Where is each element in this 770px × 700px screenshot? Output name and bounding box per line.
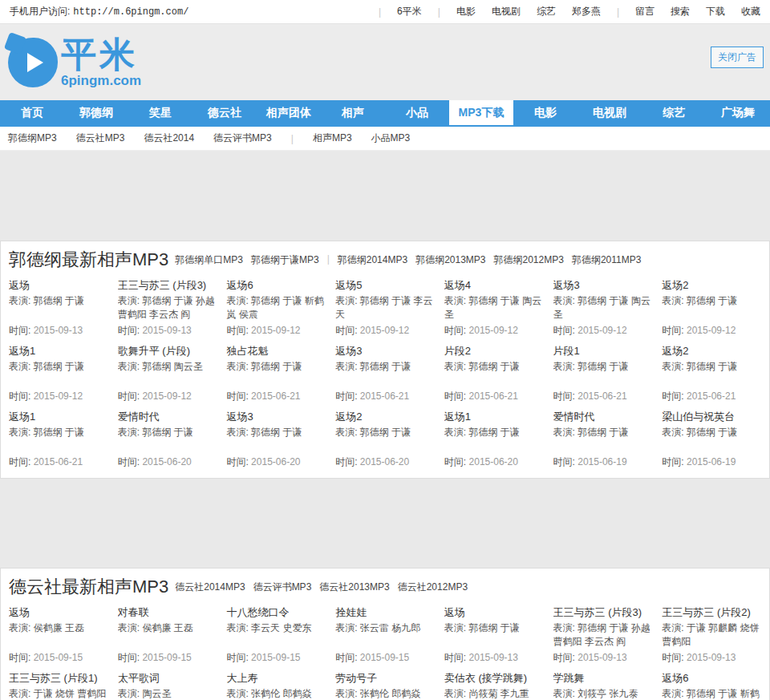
- mp3-title[interactable]: 卖估衣 (接学跳舞): [444, 671, 544, 685]
- nav-item[interactable]: 综艺: [642, 100, 706, 125]
- mp3-title[interactable]: 大上寿: [226, 671, 326, 685]
- mp3-title[interactable]: 太平歌词: [118, 671, 217, 685]
- mp3-title[interactable]: 返场5: [335, 278, 435, 292]
- subnav-link[interactable]: 德云社2014: [144, 132, 194, 145]
- mp3-item[interactable]: 返场1 表演: 郭德纲 于谦 时间: 2015-06-20: [444, 410, 544, 475]
- mobile-site-link[interactable]: http://m.6pingm.com/: [73, 6, 188, 18]
- mp3-title[interactable]: 返场3: [335, 344, 435, 358]
- mp3-item[interactable]: 爱情时代 表演: 郭德纲 于谦 时间: 2015-06-20: [118, 410, 217, 475]
- nav-item[interactable]: 笑星: [128, 100, 192, 125]
- close-ad-button[interactable]: 关闭广告: [711, 47, 764, 68]
- topbar-link[interactable]: 6平米: [397, 5, 422, 18]
- topbar-link[interactable]: 下载: [706, 5, 725, 18]
- mp3-title[interactable]: 学跳舞: [553, 671, 653, 685]
- mp3-title[interactable]: 返场1: [9, 344, 108, 358]
- mp3-item[interactable]: 独占花魁 表演: 郭德纲 于谦 时间: 2015-06-21: [226, 344, 326, 410]
- mp3-title[interactable]: 返场6: [662, 671, 761, 685]
- section-link[interactable]: 郭德纲2011MP3: [572, 253, 641, 267]
- section-link[interactable]: 郭德纲于谦MP3: [251, 253, 319, 267]
- subnav-link[interactable]: 郭德纲MP3: [8, 132, 57, 145]
- mp3-title[interactable]: 返场: [444, 605, 544, 619]
- topbar-link[interactable]: 郑多燕: [572, 5, 601, 18]
- mp3-item[interactable]: 返场3 表演: 郭德纲 于谦 时间: 2015-06-21: [335, 344, 435, 410]
- section-link[interactable]: 郭德纲2012MP3: [494, 253, 564, 267]
- mp3-item[interactable]: 返场 表演: 郭德纲 于谦 时间: 2015-09-13: [9, 278, 108, 344]
- mp3-item[interactable]: 爱情时代 表演: 郭德纲 于谦 时间: 2015-06-19: [553, 410, 653, 475]
- mp3-item[interactable]: 返场 表演: 侯鹤廉 王磊 时间: 2015-09-15: [9, 605, 108, 671]
- mp3-title[interactable]: 爱情时代: [553, 410, 653, 423]
- nav-item[interactable]: 小品: [385, 100, 449, 125]
- mp3-item[interactable]: 返场2 表演: 郭德纲 于谦 时间: 2015-06-20: [335, 410, 435, 475]
- mp3-title[interactable]: 返场1: [444, 410, 544, 423]
- mp3-item[interactable]: 返场 表演: 郭德纲 于谦 时间: 2015-09-13: [444, 605, 544, 671]
- mp3-title[interactable]: 爱情时代: [118, 410, 217, 423]
- section-link[interactable]: 郭德纲2014MP3: [338, 253, 407, 267]
- mp3-title[interactable]: 返场3: [553, 278, 653, 292]
- mp3-item[interactable]: 卖估衣 (接学跳舞) 表演: 尚筱菊 李九重 时间:: [444, 671, 544, 700]
- mp3-title[interactable]: 王三与苏三 (片段3): [118, 278, 217, 292]
- mp3-title[interactable]: 歌舞升平 (片段): [118, 344, 217, 358]
- mp3-item[interactable]: 太平歌词 表演: 陶云圣 时间:: [118, 671, 217, 700]
- section-link[interactable]: 德云社2014MP3: [175, 581, 245, 594]
- mp3-item[interactable]: 返场3 表演: 郭德纲 于谦 时间: 2015-06-20: [226, 410, 326, 475]
- mp3-title[interactable]: 十八愁绕口令: [226, 605, 326, 619]
- nav-item[interactable]: 广场舞: [706, 100, 770, 125]
- nav-item[interactable]: 电视剧: [578, 100, 642, 125]
- mp3-item[interactable]: 对春联 表演: 侯鹤廉 王磊 时间: 2015-09-15: [118, 605, 217, 671]
- nav-item[interactable]: 德云社: [192, 100, 257, 125]
- mp3-title[interactable]: 返场2: [662, 344, 761, 358]
- topbar-link[interactable]: 综艺: [537, 5, 556, 18]
- mp3-item[interactable]: 返场5 表演: 郭德纲 于谦 李云天 时间: 2015-09-12: [335, 278, 435, 344]
- mp3-item[interactable]: 片段1 表演: 郭德纲 于谦 时间: 2015-06-21: [553, 344, 653, 410]
- mp3-item[interactable]: 拴娃娃 表演: 张云雷 杨九郎 时间: 2015-09-15: [335, 605, 435, 671]
- mp3-title[interactable]: 片段1: [553, 344, 653, 358]
- mp3-item[interactable]: 歌舞升平 (片段) 表演: 郭德纲 陶云圣 时间: 2015-09-12: [118, 344, 217, 410]
- subnav-link[interactable]: 德云评书MP3: [213, 132, 272, 145]
- mp3-title[interactable]: 对春联: [118, 605, 217, 619]
- mp3-title[interactable]: 劳动号子: [335, 671, 435, 685]
- mp3-item[interactable]: 劳动号子 表演: 张鹤伦 郎鹤焱 时间:: [335, 671, 435, 700]
- mp3-title[interactable]: 返场3: [226, 410, 326, 423]
- mp3-item[interactable]: 王三与苏三 (片段3) 表演: 郭德纲 于谦 孙越 曹鹤阳 李云杰 阎 时间: …: [553, 605, 653, 671]
- mp3-title[interactable]: 拴娃娃: [335, 605, 435, 619]
- nav-item[interactable]: MP3下载: [449, 100, 513, 125]
- topbar-link[interactable]: 电影: [456, 5, 476, 18]
- mp3-item[interactable]: 返场3 表演: 郭德纲 于谦 陶云圣 时间: 2015-09-12: [553, 278, 653, 344]
- topbar-link[interactable]: 搜索: [671, 5, 690, 18]
- subnav-link[interactable]: 小品MP3: [371, 132, 411, 145]
- section-link[interactable]: 郭德纲单口MP3: [175, 253, 243, 267]
- mp3-title[interactable]: 返场2: [335, 410, 435, 423]
- mp3-item[interactable]: 返场6 表演: 郭德纲 于谦 靳鹤岚 侯震 时间: 2015-09-12: [226, 278, 326, 344]
- nav-item[interactable]: 首页: [0, 100, 64, 125]
- topbar-link[interactable]: 收藏: [741, 5, 760, 18]
- mp3-title[interactable]: 返场4: [444, 278, 544, 292]
- mp3-item[interactable]: 返场4 表演: 郭德纲 于谦 陶云圣 时间: 2015-09-12: [444, 278, 544, 344]
- mp3-item[interactable]: 返场1 表演: 郭德纲 于谦 时间: 2015-09-12: [9, 344, 108, 410]
- subnav-link[interactable]: 相声MP3: [313, 132, 352, 145]
- mp3-title[interactable]: 梁山伯与祝英台: [662, 410, 761, 423]
- nav-item[interactable]: 电影: [513, 100, 578, 125]
- mp3-title[interactable]: 返场: [9, 278, 108, 292]
- section-link[interactable]: 郭德纲2013MP3: [415, 253, 485, 267]
- mp3-title[interactable]: 王三与苏三 (片段2): [662, 605, 761, 619]
- nav-item[interactable]: 相声团体: [257, 100, 321, 125]
- mp3-item[interactable]: 学跳舞 表演: 刘筱亭 张九泰 时间:: [553, 671, 653, 700]
- section-link[interactable]: 德云评书MP3: [253, 581, 312, 594]
- mp3-item[interactable]: 王三与苏三 (片段1) 表演: 于谦 烧饼 曹鹤阳 时间:: [9, 671, 108, 700]
- mp3-item[interactable]: 王三与苏三 (片段3) 表演: 郭德纲 于谦 孙越 曹鹤阳 李云杰 阎 时间: …: [118, 278, 217, 344]
- mp3-item[interactable]: 返场2 表演: 郭德纲 于谦 时间: 2015-06-21: [662, 344, 761, 410]
- mp3-title[interactable]: 返场2: [662, 278, 761, 292]
- section-link[interactable]: 德云社2012MP3: [398, 581, 468, 594]
- section-link[interactable]: 德云社2013MP3: [319, 581, 389, 594]
- nav-item[interactable]: 郭德纲: [64, 100, 128, 125]
- mp3-title[interactable]: 片段2: [444, 344, 544, 358]
- mp3-item[interactable]: 大上寿 表演: 张鹤伦 郎鹤焱 时间:: [226, 671, 326, 700]
- mp3-title[interactable]: 独占花魁: [226, 344, 326, 358]
- mp3-item[interactable]: 片段2 表演: 郭德纲 于谦 时间: 2015-06-21: [444, 344, 544, 410]
- mp3-title[interactable]: 返场6: [226, 278, 326, 292]
- subnav-link[interactable]: 德云社MP3: [76, 132, 125, 145]
- mp3-item[interactable]: 十八愁绕口令 表演: 李云天 史爱东 时间: 2015-09-15: [226, 605, 326, 671]
- site-logo[interactable]: 平米 6pingm.com: [8, 37, 141, 87]
- topbar-link[interactable]: 电视剧: [492, 5, 521, 18]
- topbar-link[interactable]: 留言: [635, 5, 654, 18]
